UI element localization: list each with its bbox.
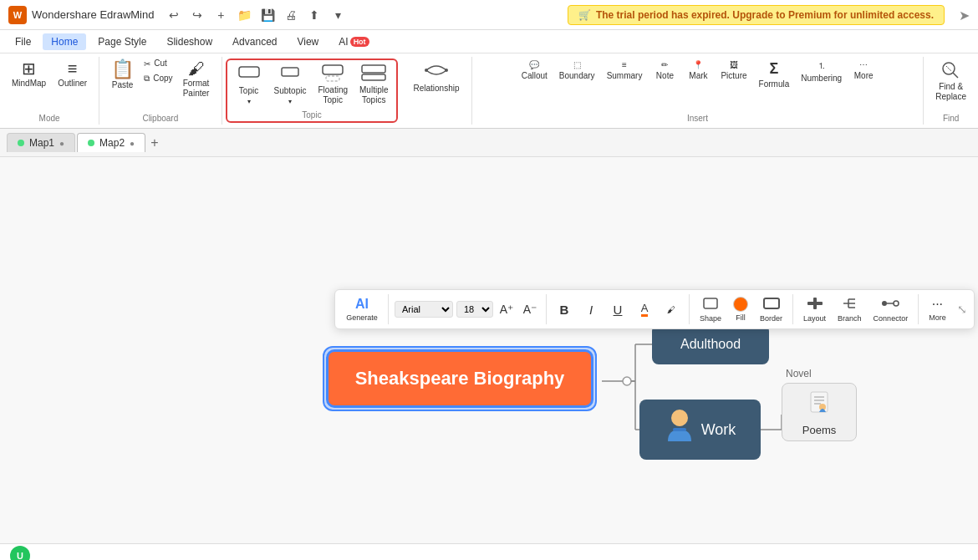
menu-slideshow[interactable]: Slideshow — [158, 33, 221, 50]
toolbar-collapse-button[interactable]: ⤡ — [957, 303, 967, 316]
new-tab-button[interactable]: + — [211, 5, 231, 25]
save-button[interactable]: 💾 — [257, 5, 278, 25]
open-button[interactable]: 📁 — [234, 5, 254, 25]
subtopic-button[interactable]: Subtopic ▾ — [269, 60, 312, 109]
numbering-button[interactable]: ⒈ Numbering — [796, 57, 847, 87]
menu-ai[interactable]: AI Hot — [330, 33, 377, 50]
font-color-button[interactable]: A — [633, 299, 656, 319]
tab-map1-close[interactable]: ● — [59, 139, 64, 148]
format-painter-button[interactable]: 🖌 FormatPainter — [178, 57, 215, 102]
more-ft-button[interactable]: ··· More — [925, 294, 950, 324]
ribbon-find-tools: Find &Replace — [930, 57, 971, 114]
font-size-select[interactable]: 18 — [456, 301, 493, 318]
tab-map2[interactable]: Map2 ● — [77, 133, 145, 152]
mark-button[interactable]: 📍 Mark — [682, 57, 714, 84]
menu-ai-label: AI — [339, 36, 348, 48]
picture-button[interactable]: 🖼 Picture — [716, 57, 751, 84]
font-select[interactable]: Arial — [395, 301, 453, 318]
picture-label: Picture — [721, 71, 746, 81]
summary-button[interactable]: ≡ Summary — [602, 57, 648, 84]
boundary-button[interactable]: ⬚ Boundary — [554, 57, 600, 84]
find-replace-label: Find &Replace — [935, 82, 966, 102]
border-label: Border — [760, 314, 782, 323]
italic-button[interactable]: I — [579, 300, 603, 319]
central-node[interactable]: Sheakspeare Biography — [326, 349, 593, 408]
bold-button[interactable]: B — [553, 300, 576, 319]
print-button[interactable]: 🖨 — [281, 5, 301, 25]
shape-button[interactable]: Shape — [695, 293, 726, 325]
menu-view[interactable]: View — [288, 33, 327, 50]
redo-button[interactable]: ↪ — [187, 5, 207, 25]
paste-button[interactable]: 📋 Paste — [106, 57, 139, 94]
relationship-button[interactable]: Relationship — [408, 57, 464, 97]
fill-button[interactable]: Fill — [729, 294, 752, 324]
topic-chevron: ▾ — [247, 98, 251, 105]
decrease-font-button[interactable]: A⁻ — [520, 301, 540, 318]
multiple-topics-button[interactable]: MultipleTopics — [354, 60, 393, 109]
formula-button[interactable]: Σ Formula — [754, 57, 795, 93]
more-options-button[interactable]: ▾ — [328, 5, 348, 25]
format-painter-label: FormatPainter — [183, 79, 210, 99]
svg-rect-4 — [362, 65, 385, 73]
increase-font-button[interactable]: A⁺ — [497, 301, 517, 318]
shape-label: Shape — [700, 314, 721, 323]
tab-map1-dot — [18, 140, 24, 146]
svg-line-9 — [953, 73, 958, 78]
menu-page-style[interactable]: Page Style — [89, 33, 155, 50]
paint-button[interactable]: 🖌 — [660, 303, 683, 317]
relationship-icon — [423, 60, 450, 82]
copy-button[interactable]: ⧉ Copy — [140, 72, 176, 85]
branch-button[interactable]: Branch — [833, 293, 866, 325]
ribbon-group-insert: 💬 Callout ⬚ Boundary ≡ Summary ✏ Note 📍 … — [472, 57, 925, 125]
ribbon-group-clipboard: 📋 Paste ✂ Cut ⧉ Copy 🖌 FormatPainter Cli… — [99, 57, 222, 125]
ribbon-mode-tools: ⊞ MindMap ≡ Outliner — [7, 57, 92, 114]
svg-rect-34 — [673, 428, 686, 431]
svg-rect-0 — [239, 67, 259, 77]
title-actions: ↩ ↪ + 📁 💾 🖨 ⬆ ▾ — [164, 5, 348, 25]
note-button[interactable]: ✏ Note — [649, 57, 680, 84]
svg-point-30 — [882, 301, 887, 306]
menu-advanced[interactable]: Advanced — [224, 33, 285, 50]
menu-home[interactable]: Home — [43, 33, 86, 50]
underline-button[interactable]: U — [606, 300, 629, 319]
callout-button[interactable]: 💬 Callout — [517, 57, 553, 84]
ai-generate-button[interactable]: AI Generate — [342, 294, 382, 324]
copy-label: Copy — [153, 74, 172, 84]
work-node-text: Work — [701, 421, 736, 439]
add-tab-button[interactable]: + — [147, 132, 161, 154]
format-painter-icon: 🖌 — [188, 60, 205, 77]
ribbon-insert-tools: 💬 Callout ⬚ Boundary ≡ Summary ✏ Note 📍 … — [517, 57, 879, 114]
boundary-icon: ⬚ — [573, 60, 581, 69]
floating-topic-button[interactable]: FloatingTopic — [313, 60, 353, 109]
branch-icon — [840, 296, 858, 313]
numbering-icon: ⒈ — [818, 60, 826, 72]
paste-icon: 📋 — [111, 60, 134, 79]
tab-map1[interactable]: Map1 ● — [7, 133, 75, 152]
work-node[interactable]: Work — [639, 400, 761, 460]
cut-button[interactable]: ✂ Cut — [140, 57, 176, 70]
note-label: Note — [656, 71, 674, 81]
novel-node[interactable]: Poems — [782, 383, 857, 441]
ribbon-relationship-tools: Relationship — [408, 57, 464, 123]
find-replace-button[interactable]: Find &Replace — [930, 57, 971, 105]
export-button[interactable]: ⬆ — [304, 5, 324, 25]
tab-map2-close[interactable]: ● — [130, 139, 135, 148]
mindmap-button[interactable]: ⊞ MindMap — [7, 57, 51, 92]
send-button[interactable]: ➤ — [959, 7, 970, 23]
layout-button[interactable]: Layout — [799, 293, 830, 325]
paste-label: Paste — [112, 80, 134, 90]
connector-button[interactable]: Connector — [869, 293, 913, 325]
menu-file[interactable]: File — [7, 33, 39, 50]
border-button[interactable]: Border — [756, 293, 787, 325]
central-node-text: Sheakspeare Biography — [355, 368, 565, 389]
summary-label: Summary — [607, 71, 643, 81]
topic-button[interactable]: Topic ▾ — [231, 60, 267, 109]
layout-icon — [806, 296, 824, 313]
adulthood-node[interactable]: Adulthood — [652, 324, 769, 364]
trial-banner[interactable]: 🛒 The trial period has expired. Upgrade … — [568, 5, 945, 25]
adulthood-node-text: Adulthood — [680, 337, 741, 352]
callout-icon: 💬 — [529, 60, 539, 69]
undo-button[interactable]: ↩ — [164, 5, 184, 25]
outliner-button[interactable]: ≡ Outliner — [53, 57, 92, 92]
more-insert-button[interactable]: ⋯ More — [848, 57, 879, 84]
